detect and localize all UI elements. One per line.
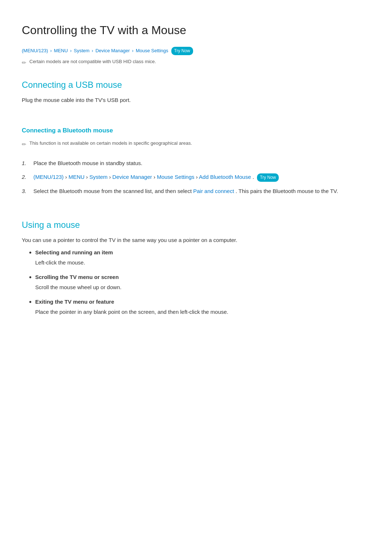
- bullet-3-title: Exiting the TV menu or feature: [35, 297, 228, 306]
- step2-mouse-settings[interactable]: Mouse Settings: [157, 174, 194, 180]
- step2-sep3: ›: [109, 174, 112, 180]
- bullet-2-desc: Scroll the mouse wheel up or down.: [35, 283, 122, 292]
- breadcrumb-sep-3: ›: [92, 47, 93, 55]
- bullet-2-content: Scrolling the TV menu or screen Scroll t…: [35, 273, 122, 292]
- bluetooth-geo-note-text: This function is not available on certai…: [29, 140, 192, 147]
- note-icon: ✏: [22, 58, 26, 67]
- step-2-number: 2.: [22, 173, 29, 181]
- bluetooth-step-1: 1. Place the Bluetooth mouse in standby …: [22, 159, 370, 168]
- bullet-selecting: • Selecting and running an item Left-cli…: [29, 248, 370, 267]
- step2-period: .: [253, 174, 256, 180]
- breadcrumb-device-manager[interactable]: Device Manager: [95, 47, 130, 55]
- bullet-1-title: Selecting and running an item: [35, 248, 113, 257]
- step2-menu[interactable]: MENU: [69, 174, 85, 180]
- bluetooth-step-2: 2. (MENU/123) › MENU › System › Device M…: [22, 173, 370, 182]
- page-title: Controlling the TV with a Mouse: [22, 21, 370, 40]
- usb-mouse-section-title: Connecting a USB mouse: [22, 78, 370, 92]
- step2-add-bluetooth[interactable]: Add Bluetooth Mouse: [199, 174, 251, 180]
- step2-sep4: ›: [154, 174, 157, 180]
- step-1-number: 1.: [22, 159, 29, 168]
- bullet-exiting: • Exiting the TV menu or feature Place t…: [29, 297, 370, 316]
- step2-menu123[interactable]: (MENU/123): [33, 174, 64, 180]
- step-1-text: Place the Bluetooth mouse in standby sta…: [33, 159, 142, 168]
- bullet-3-desc: Place the pointer in any blank point on …: [35, 308, 228, 316]
- step2-sep5: ›: [196, 174, 199, 180]
- step2-device-manager[interactable]: Device Manager: [113, 174, 152, 180]
- step-3-number: 3.: [22, 187, 29, 196]
- step3-text-before: Select the Bluetooth mouse from the scan…: [33, 188, 193, 194]
- step-3-content: Select the Bluetooth mouse from the scan…: [33, 187, 338, 196]
- bullet-2-title: Scrolling the TV menu or screen: [35, 273, 122, 282]
- usb-mouse-body: Plug the mouse cable into the TV's USB p…: [22, 96, 370, 104]
- bullet-dot-3: •: [29, 297, 32, 306]
- bullet-scrolling: • Scrolling the TV menu or screen Scroll…: [29, 273, 370, 292]
- breadcrumb: (MENU/123) › MENU › System › Device Mana…: [22, 47, 370, 55]
- bullet-3-content: Exiting the TV menu or feature Place the…: [35, 297, 228, 316]
- using-mouse-section-title: Using a mouse: [22, 218, 370, 232]
- breadcrumb-sep-2: ›: [70, 47, 72, 55]
- breadcrumb-sep-1: ›: [50, 47, 52, 55]
- step2-sep1: ›: [65, 174, 69, 180]
- using-mouse-intro: You can use a pointer to control the TV …: [22, 236, 370, 245]
- step2-system[interactable]: System: [89, 174, 107, 180]
- try-now-badge-header[interactable]: Try Now: [171, 47, 193, 55]
- bluetooth-note-icon: ✏: [22, 140, 26, 149]
- compatibility-note: ✏ Certain models are not compatible with…: [22, 58, 370, 67]
- bluetooth-steps-list: 1. Place the Bluetooth mouse in standby …: [22, 159, 370, 196]
- bullet-1-desc: Left-click the mouse.: [35, 258, 113, 267]
- using-mouse-bullets: • Selecting and running an item Left-cli…: [29, 248, 370, 316]
- bullet-1-content: Selecting and running an item Left-click…: [35, 248, 113, 267]
- step2-sep2: ›: [86, 174, 89, 180]
- breadcrumb-menu123[interactable]: (MENU/123): [22, 47, 48, 55]
- compatibility-note-text: Certain models are not compatible with U…: [29, 58, 156, 66]
- step-2-content: (MENU/123) › MENU › System › Device Mana…: [33, 173, 279, 182]
- breadcrumb-menu[interactable]: MENU: [54, 47, 68, 55]
- breadcrumb-mouse-settings[interactable]: Mouse Settings: [136, 47, 168, 55]
- bullet-dot-2: •: [29, 273, 32, 282]
- bullet-dot-1: •: [29, 248, 32, 257]
- bluetooth-mouse-section-title: Connecting a Bluetooth mouse: [22, 126, 370, 135]
- step3-text-after: . This pairs the Bluetooth mouse to the …: [236, 188, 338, 194]
- bluetooth-step-3: 3. Select the Bluetooth mouse from the s…: [22, 187, 370, 196]
- try-now-badge-step2[interactable]: Try Now: [257, 173, 279, 182]
- breadcrumb-system[interactable]: System: [74, 47, 89, 55]
- step3-pair-connect[interactable]: Pair and connect: [193, 188, 234, 194]
- bluetooth-geo-note: ✏ This function is not available on cert…: [22, 140, 370, 149]
- breadcrumb-sep-4: ›: [132, 47, 134, 55]
